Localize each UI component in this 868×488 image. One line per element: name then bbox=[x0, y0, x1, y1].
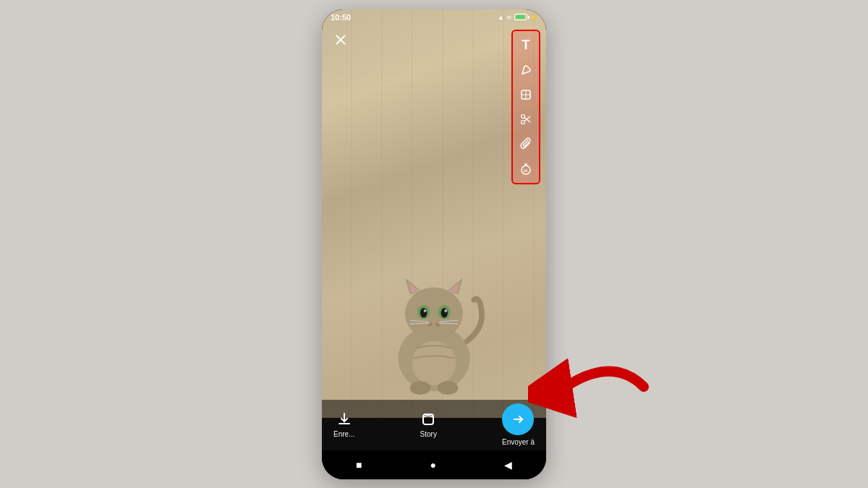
phone-frame: 10:50 ▲ ≋ ⚡ bbox=[322, 9, 546, 479]
status-icons: ▲ ≋ ⚡ bbox=[498, 14, 537, 21]
story-label: Story bbox=[420, 430, 437, 438]
scissors-tool-icon[interactable] bbox=[516, 109, 536, 129]
signal-icon: ▲ bbox=[498, 14, 504, 21]
svg-text:10: 10 bbox=[524, 168, 528, 173]
battery-fill bbox=[516, 15, 524, 19]
svg-point-10 bbox=[441, 308, 448, 317]
recents-nav-icon[interactable]: ● bbox=[430, 459, 435, 471]
svg-line-27 bbox=[524, 116, 530, 121]
page-background: 10:50 ▲ ≋ ⚡ bbox=[0, 0, 868, 488]
svg-point-24 bbox=[522, 114, 525, 118]
text-tool-icon[interactable]: T bbox=[516, 35, 536, 56]
download-icon bbox=[336, 411, 352, 427]
svg-point-11 bbox=[424, 309, 427, 312]
paperclip-tool-icon[interactable] bbox=[516, 134, 536, 154]
cat-image bbox=[376, 252, 492, 396]
svg-point-19 bbox=[438, 381, 459, 395]
phone-screen: 10:50 ▲ ≋ ⚡ bbox=[322, 9, 546, 479]
svg-point-12 bbox=[444, 309, 447, 312]
svg-point-9 bbox=[420, 308, 427, 317]
home-nav-icon[interactable]: ■ bbox=[356, 459, 362, 471]
story-icon bbox=[420, 411, 436, 427]
save-label: Enre... bbox=[333, 430, 354, 438]
bottom-bar: Enre... Story Envoyer à bbox=[322, 400, 546, 450]
charging-icon: ⚡ bbox=[529, 14, 537, 21]
svg-point-2 bbox=[405, 287, 463, 339]
svg-point-18 bbox=[410, 381, 431, 395]
story-action[interactable]: Story bbox=[420, 411, 437, 438]
battery-icon bbox=[514, 14, 527, 20]
timer-tool-icon[interactable]: 10 bbox=[516, 158, 536, 179]
status-bar: 10:50 ▲ ≋ ⚡ bbox=[322, 9, 546, 25]
close-button[interactable] bbox=[331, 30, 351, 50]
sticker-tool-icon[interactable] bbox=[516, 85, 536, 105]
send-label: Envoyer à bbox=[502, 438, 535, 446]
svg-line-26 bbox=[524, 117, 530, 122]
arrow-annotation bbox=[528, 343, 658, 430]
svg-point-25 bbox=[522, 120, 525, 124]
wifi-icon: ≋ bbox=[506, 14, 512, 21]
send-icon bbox=[511, 412, 525, 427]
pen-tool-icon[interactable] bbox=[516, 60, 536, 80]
status-time: 10:50 bbox=[331, 13, 351, 22]
back-nav-icon[interactable]: ◀ bbox=[504, 459, 512, 471]
right-toolbar: T bbox=[511, 30, 540, 184]
nav-bar: ■ ● ◀ bbox=[322, 450, 546, 479]
save-action[interactable]: Enre... bbox=[333, 411, 354, 438]
